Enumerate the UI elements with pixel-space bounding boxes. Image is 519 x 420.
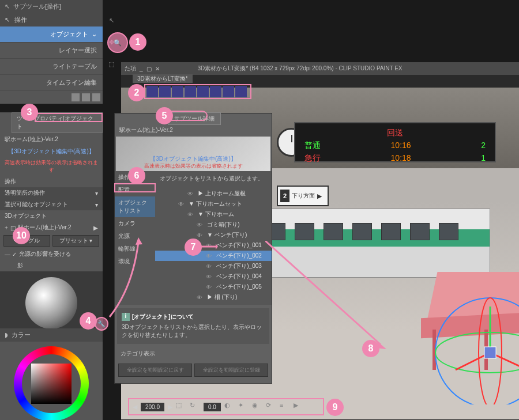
copy-icon[interactable] [82,93,90,101]
fit-icon[interactable]: ⬚ [176,402,186,412]
platform-sign: 2 下り方面 ▶ [277,186,329,206]
tp-title: 駅ホーム(地上)-Ver.2 [0,133,103,146]
cat-environment[interactable]: 環境 [115,255,155,268]
add-icon[interactable] [72,93,80,101]
reset-all-button[interactable]: 全設定を初期設定に戻す [118,364,192,377]
manip-icon-5[interactable] [197,86,209,97]
cat-light[interactable]: 光源 [115,230,155,243]
nav-right-icon[interactable]: ▶ [168,403,172,411]
tp-preset[interactable]: プリセット ▾ [52,235,99,247]
manip-rotate-icon[interactable] [159,86,171,97]
magnify-icon: 🔍 [114,39,122,47]
subtool-panel: ↖ サブツール[操作] ↖ 操作 オブジェクト⌄ レイヤー選択 ライトテーブル … [0,0,103,104]
toolbar-icon-a[interactable]: ◐ [224,402,235,412]
callout-9: 9 [326,399,344,416]
visibility-icon[interactable]: 👁 [206,253,214,259]
callout-8: 8 [362,340,379,357]
manip-scale-icon[interactable] [172,86,183,97]
tree-item[interactable]: 👁 ベンチ(下り)_001 [155,240,272,251]
zoom-value[interactable]: 200.0 [141,403,164,411]
tp-operation: 操作 [0,176,103,187]
bottom-toolbar: ◀ 200.0 ▶ ⬚ ↻ 0.0 ◐ ✦ ◉ ⟳ ≡ ▶ [128,398,324,415]
callout-5: 5 [156,107,173,124]
subtool-light-table[interactable]: ライトテーブル [0,59,103,75]
tree-item[interactable]: 👁▶ 上りホーム屋根 [155,188,272,199]
manip-icon-7[interactable] [223,86,234,97]
subtool-bottom-icons [0,91,103,104]
cat-outline[interactable]: 輪郭線 [115,243,155,255]
tree-item[interactable]: 👁 ベンチ(下り)_004 [155,271,272,282]
toolbar-icon-f[interactable]: ▶ [294,402,304,412]
trash-icon[interactable] [92,93,100,101]
visibility-icon[interactable]: 👁 [206,274,214,280]
departure-board: 回送 普通10:162 急行10:181 [294,122,496,162]
manip-icon-4[interactable] [185,86,196,97]
tree-item[interactable]: 👁▶ 柵 (下り) [155,292,272,302]
tree-item[interactable]: 👁 ベンチ(下り)_005 [155,282,272,292]
tp-warning: 高速表示時は効果等の表示は省略されます [0,157,103,176]
tool-icon-3[interactable]: ⬚ [106,59,116,69]
subtool-layer-select[interactable]: レイヤー選択 [0,43,103,59]
callout-3: 3 [21,104,38,121]
manip-move-icon[interactable] [146,86,158,97]
color-tab[interactable]: ◗ カラー [0,328,103,342]
info-icon: i [122,313,130,321]
toolbar-icon-d[interactable]: ⟳ [266,402,276,412]
visibility-icon[interactable]: 👁 [187,211,195,218]
category-show-toggle[interactable]: カテゴリ表示 [115,347,272,360]
toolbar-icon-c[interactable]: ◉ [252,402,262,412]
visibility-icon[interactable]: 👁 [206,243,214,249]
tp-transparent-op[interactable]: 透明箇所の操作▾ [0,187,103,199]
callout-1: 1 [129,33,146,51]
tool-icon-1[interactable]: ↖ [106,15,116,25]
light-preview-sphere[interactable] [25,277,77,329]
tree-item[interactable]: 👁 ゴミ箱(下り) [155,220,272,230]
visibility-icon[interactable]: 👁 [178,201,186,207]
tree-item[interactable]: 👁▼ ベンチ(下り) [155,230,272,240]
tp-mode: 【3Dオブジェクト編集中(高速)】 [0,146,103,157]
detail-info-box: i[オブジェクト]について 3Dオブジェクトをリストから選択したり、表示やロック… [117,308,269,344]
visibility-icon[interactable]: 👁 [187,191,195,197]
color-wheel[interactable] [14,346,89,420]
subtool-header[interactable]: ↖ 操作 [0,13,103,27]
magnify-zoom[interactable]: 🔍 [107,32,128,53]
highlight-3 [35,113,103,122]
rotation-value[interactable]: 0.0 [204,403,221,411]
callout-7: 7 [185,239,202,256]
manip-icon-8[interactable] [235,86,247,97]
visibility-icon[interactable]: 👁 [197,232,205,239]
canvas-titlebar: た項 _ ▢ ✕ 3D素材からLT変換* (B4 1032 x 729px 72… [121,62,519,75]
cat-camera[interactable]: カメラ [115,217,155,230]
toolbar-icon-e[interactable]: ≡ [280,402,290,412]
tp-3d-object-label: 3Dオブジェクト [0,210,103,222]
subtool-panel-tab[interactable]: ↖ サブツール[操作] [0,0,103,13]
tree-item[interactable]: 👁 ベンチ(下り)_003 [155,261,272,271]
selected-bench[interactable] [421,272,519,370]
cursor-icon: ↖ [5,3,10,10]
rotate-icon[interactable]: ↻ [190,402,200,412]
nav-left-icon[interactable]: ◀ [133,403,137,411]
callout-10: 10 [13,227,30,244]
subtool-object[interactable]: オブジェクト⌄ [0,27,103,43]
visibility-icon[interactable]: 👁 [206,263,214,270]
window-close-icon[interactable]: ✕ [155,66,160,72]
canvas-title-text: 3D素材からLT変換* (B4 1032 x 729px 72dpi 200.0… [198,65,403,73]
canvas-document-tab[interactable]: 3D素材からLT変換* [133,74,193,83]
tree-item[interactable]: 👁 ベンチ(下り)_002 [155,251,272,261]
visibility-icon[interactable]: 👁 [206,284,214,290]
toolbar-icon-b[interactable]: ✦ [238,402,249,412]
callout-4: 4 [80,312,97,330]
visibility-icon[interactable]: 👁 [197,294,205,301]
manip-icon-6[interactable] [210,86,221,97]
window-max-icon[interactable]: ▢ [146,66,152,72]
tp-shadow[interactable]: 影 [0,260,103,271]
tp-selectable-obj[interactable]: 選択可能なオブジェクト▾ [0,199,103,210]
register-all-button[interactable]: 全設定を初期設定に登録 [194,364,268,377]
visibility-icon[interactable]: 👁 [197,222,205,228]
cat-object-list[interactable]: オブジェクトリスト [115,196,155,217]
tree-item[interactable]: 👁▼ 下りホーム [155,209,272,220]
subtool-timeline[interactable]: タイムライン編集 [0,75,103,91]
window-min-icon[interactable]: _ [140,66,143,72]
tree-item[interactable]: 👁▼ 下りホームセット [155,199,272,209]
tp-light-affect[interactable]: — ✓ 光源の影響を受ける [0,248,103,260]
